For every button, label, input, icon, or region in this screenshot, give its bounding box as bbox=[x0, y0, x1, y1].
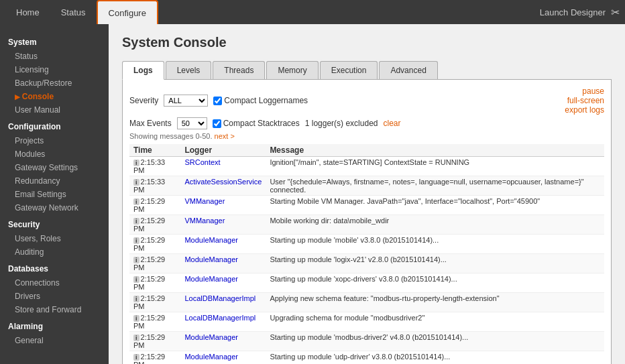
sidebar-item-console[interactable]: Console bbox=[0, 90, 109, 103]
fullscreen-link[interactable]: full-screen bbox=[567, 96, 604, 105]
toolbar-row-1: Severity ALL INFO WARN ERROR Compact Log… bbox=[129, 86, 604, 115]
severity-select[interactable]: ALL INFO WARN ERROR bbox=[164, 95, 208, 107]
compact-stacktraces-text: Compact Stacktraces bbox=[223, 119, 300, 128]
launch-designer-button[interactable]: Launch Designer bbox=[540, 7, 606, 17]
sidebar-item-user-manual[interactable]: User Manual bbox=[0, 103, 109, 117]
cell-time: i2:15:29 PM bbox=[129, 196, 180, 215]
table-row: i2:15:29 PM ModuleManager Starting up mo… bbox=[129, 235, 604, 254]
sidebar: System Status Licensing Backup/Restore C… bbox=[0, 24, 109, 364]
sidebar-section-security: Security bbox=[0, 215, 109, 232]
table-row: i2:15:29 PM LocalDBManagerImpl Applying … bbox=[129, 293, 604, 312]
console-panel: Severity ALL INFO WARN ERROR Compact Log… bbox=[122, 80, 612, 364]
level-badge: i bbox=[133, 218, 139, 225]
compact-loggernames-checkbox[interactable] bbox=[213, 97, 222, 105]
sidebar-item-email-settings[interactable]: Email Settings bbox=[0, 188, 109, 201]
severity-label: Severity bbox=[129, 96, 158, 105]
compact-stacktraces-checkbox-label[interactable]: Compact Stacktraces bbox=[213, 119, 300, 128]
sidebar-item-backup-restore[interactable]: Backup/Restore bbox=[0, 76, 109, 90]
cell-logger: ModuleManager bbox=[180, 254, 266, 274]
table-row: i2:15:29 PM LocalDBManagerImpl Upgrading… bbox=[129, 312, 604, 332]
sidebar-item-drivers[interactable]: Drivers bbox=[0, 290, 109, 303]
max-events-label: Max Events bbox=[129, 119, 172, 128]
table-row: i2:15:29 PM ModuleManager Starting up mo… bbox=[129, 254, 604, 274]
top-nav: Home Status Configure Launch Designer ✂ bbox=[0, 0, 625, 24]
table-row: i2:15:33 PM SRContext Ignition["/main", … bbox=[129, 157, 604, 176]
sidebar-item-users-roles[interactable]: Users, Roles bbox=[0, 232, 109, 245]
scissors-icon: ✂ bbox=[611, 6, 620, 19]
tab-execution[interactable]: Execution bbox=[320, 61, 378, 79]
next-link[interactable]: next > bbox=[215, 132, 235, 140]
table-row: i2:15:33 PM ActivateSessionService User … bbox=[129, 176, 604, 196]
cell-message: Starting up module 'xopc-drivers' v3.8.0… bbox=[266, 274, 604, 293]
nav-status[interactable]: Status bbox=[50, 0, 97, 24]
sidebar-item-alarming-general[interactable]: General bbox=[0, 334, 109, 347]
tab-advanced[interactable]: Advanced bbox=[379, 61, 437, 79]
cell-time: i2:15:29 PM bbox=[129, 351, 180, 365]
table-row: i2:15:29 PM ModuleManager Starting up mo… bbox=[129, 351, 604, 365]
sidebar-section-configuration: Configuration bbox=[0, 117, 109, 134]
table-row: i2:15:29 PM ModuleManager Starting up mo… bbox=[129, 332, 604, 351]
sidebar-item-gateway-network[interactable]: Gateway Network bbox=[0, 201, 109, 215]
cell-message: Applying new schema feature: "modbus-rtu… bbox=[266, 293, 604, 312]
sidebar-item-projects[interactable]: Projects bbox=[0, 134, 109, 147]
cell-message: Ignition["/main", state=STARTING] Contex… bbox=[266, 157, 604, 176]
page-title: System Console bbox=[122, 35, 612, 50]
level-badge: i bbox=[133, 335, 139, 341]
nav-home[interactable]: Home bbox=[5, 0, 50, 24]
level-badge: i bbox=[133, 315, 139, 322]
sidebar-item-licensing[interactable]: Licensing bbox=[0, 63, 109, 76]
cell-logger: VMManager bbox=[180, 215, 266, 235]
cell-logger: ModuleManager bbox=[180, 274, 266, 293]
cell-logger: VMManager bbox=[180, 196, 266, 215]
sidebar-item-store-forward[interactable]: Store and Forward bbox=[0, 303, 109, 316]
tab-threads[interactable]: Threads bbox=[213, 61, 265, 79]
export-logs-link[interactable]: export logs bbox=[565, 105, 604, 115]
info-row: Showing messages 0-50. next > bbox=[129, 132, 604, 140]
compact-loggernames-checkbox-label[interactable]: Compact Loggernames bbox=[213, 96, 308, 105]
level-badge: i bbox=[133, 354, 139, 361]
cell-message: Starting up module 'mobile' v3.8.0 (b201… bbox=[266, 235, 604, 254]
sidebar-section-system: System bbox=[0, 32, 109, 50]
layout: System Status Licensing Backup/Restore C… bbox=[0, 24, 625, 364]
cell-logger: LocalDBManagerImpl bbox=[180, 293, 266, 312]
cell-time: i2:15:29 PM bbox=[129, 312, 180, 332]
cell-time: i2:15:29 PM bbox=[129, 293, 180, 312]
top-nav-right: Launch Designer ✂ bbox=[540, 6, 620, 19]
cell-time: i2:15:29 PM bbox=[129, 274, 180, 293]
table-row: i2:15:29 PM VMManager Mobile working dir… bbox=[129, 215, 604, 235]
tab-levels[interactable]: Levels bbox=[166, 61, 212, 79]
level-badge: i bbox=[133, 179, 139, 186]
col-time: Time bbox=[129, 144, 180, 157]
cell-time: i2:15:29 PM bbox=[129, 332, 180, 351]
level-badge: i bbox=[133, 296, 139, 302]
cell-message: Mobile working dir: data\mobile_wdir bbox=[266, 215, 604, 235]
sidebar-item-auditing[interactable]: Auditing bbox=[0, 245, 109, 259]
nav-configure[interactable]: Configure bbox=[97, 0, 158, 24]
sidebar-item-modules[interactable]: Modules bbox=[0, 147, 109, 161]
compact-loggernames-text: Compact Loggernames bbox=[224, 96, 308, 105]
cell-logger: ModuleManager bbox=[180, 235, 266, 254]
table-row: i2:15:29 PM ModuleManager Starting up mo… bbox=[129, 274, 604, 293]
sidebar-item-connections[interactable]: Connections bbox=[0, 276, 109, 290]
table-row: i2:15:29 PM VMManager Starting Mobile VM… bbox=[129, 196, 604, 215]
cell-message: Upgrading schema for module "modbusdrive… bbox=[266, 312, 604, 332]
sidebar-item-redundancy[interactable]: Redundancy bbox=[0, 174, 109, 188]
level-badge: i bbox=[133, 257, 139, 263]
level-badge: i bbox=[133, 160, 139, 166]
cell-logger: ActivateSessionService bbox=[180, 176, 266, 196]
cell-logger: SRContext bbox=[180, 157, 266, 176]
cell-time: i2:15:33 PM bbox=[129, 157, 180, 176]
tab-memory[interactable]: Memory bbox=[266, 61, 318, 79]
max-events-select[interactable]: 50 100 200 bbox=[177, 117, 207, 129]
main-content: System Console Logs Levels Threads Memor… bbox=[109, 24, 625, 364]
cell-time: i2:15:29 PM bbox=[129, 235, 180, 254]
excluded-text: 1 logger(s) excluded bbox=[305, 119, 378, 128]
cell-message: Starting up module 'logix-v21' v2.8.0 (b… bbox=[266, 254, 604, 274]
sidebar-item-gateway-settings[interactable]: Gateway Settings bbox=[0, 161, 109, 174]
pause-link[interactable]: pause bbox=[582, 86, 604, 96]
clear-link[interactable]: clear bbox=[383, 119, 400, 128]
col-message: Message bbox=[266, 144, 604, 157]
compact-stacktraces-checkbox[interactable] bbox=[213, 119, 221, 128]
sidebar-item-status[interactable]: Status bbox=[0, 50, 109, 63]
tab-logs[interactable]: Logs bbox=[122, 61, 164, 80]
